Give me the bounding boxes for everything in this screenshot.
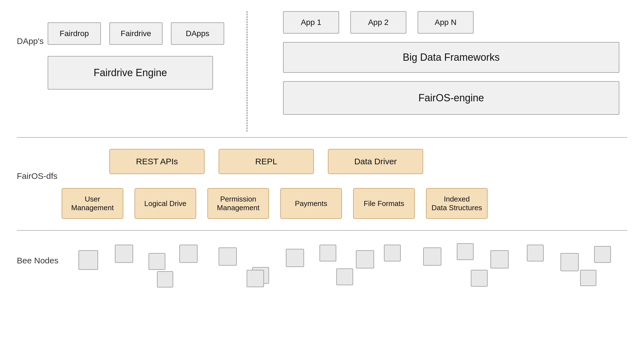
app1-box: App 1 <box>283 11 339 34</box>
apps-row: App 1 App 2 App N <box>283 11 633 34</box>
bee-node <box>490 250 509 268</box>
diagram: DApp's Fairdrop Fairdrive DApps Fairdriv… <box>0 0 644 351</box>
dapps-row: Fairdrop Fairdrive DApps <box>48 22 224 45</box>
dapps-label: DApp's <box>17 36 44 46</box>
dashed-divider <box>247 11 247 132</box>
user-management-box: User Management <box>62 188 123 219</box>
bee-node <box>78 250 98 270</box>
bee-nodes-label: Bee Nodes <box>17 256 58 265</box>
fairdrop-box: Fairdrop <box>48 22 101 45</box>
bee-node <box>471 270 488 287</box>
bee-node <box>457 243 474 260</box>
fairdrive-box: Fairdrive <box>109 22 163 45</box>
fairdrive-engine-box: Fairdrive Engine <box>48 56 213 90</box>
horizontal-divider-2 <box>17 230 627 231</box>
file-formats-box: File Formats <box>353 188 415 219</box>
payments-box: Payments <box>280 188 342 219</box>
bee-node <box>594 246 611 263</box>
bee-node <box>286 249 304 267</box>
interface-row: REST APIs REPL Data Driver <box>109 149 627 174</box>
bee-node <box>319 245 336 261</box>
bottom-section: FairOS-dfs REST APIs REPL Data Driver Us… <box>17 149 627 287</box>
bee-node <box>179 245 198 263</box>
app2-box: App 2 <box>350 11 406 34</box>
bee-node <box>336 268 353 285</box>
bee-node <box>219 247 237 266</box>
modules-row: User Management Logical Drive Permission… <box>62 188 627 219</box>
indexed-data-structures-box: Indexed Data Structures <box>426 188 488 219</box>
bee-node <box>527 245 544 261</box>
bee-node <box>580 270 596 286</box>
repl-box: REPL <box>219 149 314 174</box>
dapps-box: DApps <box>171 22 224 45</box>
fairos-engine-box: FairOS-engine <box>283 81 619 115</box>
horizontal-divider <box>17 137 627 138</box>
appn-box: App N <box>418 11 474 34</box>
bee-node <box>247 270 264 287</box>
bee-node <box>384 245 401 261</box>
fairos-dfs-label: FairOS-dfs <box>17 171 57 181</box>
data-driver-box: Data Driver <box>328 149 423 174</box>
top-section: DApp's Fairdrop Fairdrive DApps Fairdriv… <box>17 11 627 129</box>
bee-node <box>115 245 133 263</box>
right-column: App 1 App 2 App N Big Data Frameworks Fa… <box>269 11 633 115</box>
bee-node <box>157 271 173 287</box>
bee-node <box>356 250 374 268</box>
rest-apis-box: REST APIs <box>109 149 205 174</box>
big-data-box: Big Data Frameworks <box>283 42 619 73</box>
bee-nodes-area <box>62 242 627 287</box>
logical-drive-box: Logical Drive <box>135 188 196 219</box>
permission-management-box: Permission Management <box>207 188 269 219</box>
bee-node <box>149 253 165 270</box>
bee-node <box>423 247 441 266</box>
bee-section: Bee Nodes <box>17 242 627 287</box>
bee-node <box>560 253 579 271</box>
left-column: DApp's Fairdrop Fairdrive DApps Fairdriv… <box>17 11 241 129</box>
